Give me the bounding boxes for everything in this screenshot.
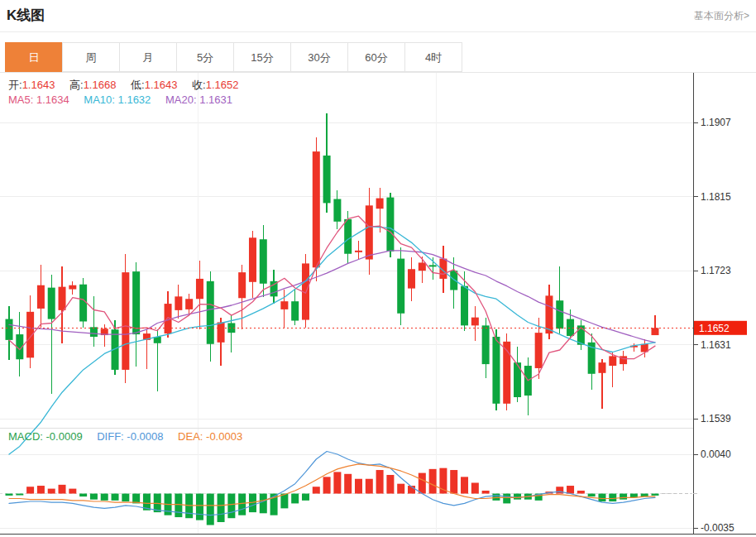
price-axis: 1.19071.18151.17231.16311.15390.0040-0.0…: [0, 73, 756, 535]
svg-text:1.1815: 1.1815: [701, 191, 731, 203]
kline-app: K线图 基本面分析> 日周月5分15分30分60分4时 1.19071.1815…: [0, 0, 756, 537]
svg-text:1.1539: 1.1539: [701, 413, 731, 424]
kline-chart[interactable]: 1.19071.18151.17231.16311.15390.0040-0.0…: [0, 73, 756, 537]
tab-15分[interactable]: 15分: [233, 42, 291, 72]
ma10-line: [9, 227, 655, 454]
svg-text:1.1631: 1.1631: [701, 339, 731, 351]
interval-tabs: 日周月5分15分30分60分4时: [6, 42, 462, 72]
svg-text:1.1907: 1.1907: [701, 117, 731, 128]
last-price-badge: 1.1652: [694, 321, 747, 335]
tab-月[interactable]: 月: [119, 42, 177, 72]
tab-日[interactable]: 日: [5, 42, 63, 72]
svg-text:1.1723: 1.1723: [701, 265, 731, 276]
chart-canvas[interactable]: 1.19071.18151.17231.16311.15390.0040-0.0…: [0, 73, 756, 537]
svg-text:1.1652: 1.1652: [699, 323, 730, 334]
tab-30分[interactable]: 30分: [290, 42, 348, 72]
grid: [0, 73, 693, 534]
candlesticks: [6, 113, 659, 415]
tab-60分[interactable]: 60分: [347, 42, 405, 72]
fundamental-analysis-link[interactable]: 基本面分析>: [694, 9, 749, 23]
svg-text:0.0040: 0.0040: [701, 448, 731, 460]
macd-histogram: [6, 468, 659, 525]
tab-5分[interactable]: 5分: [176, 42, 234, 72]
tab-4时[interactable]: 4时: [404, 42, 462, 72]
tab-周[interactable]: 周: [62, 42, 120, 72]
svg-text:-0.0035: -0.0035: [701, 522, 734, 534]
diff-line: [9, 452, 655, 515]
title-divider: [0, 31, 756, 32]
page-title: K线图: [7, 6, 45, 25]
ma5-line: [9, 216, 655, 381]
